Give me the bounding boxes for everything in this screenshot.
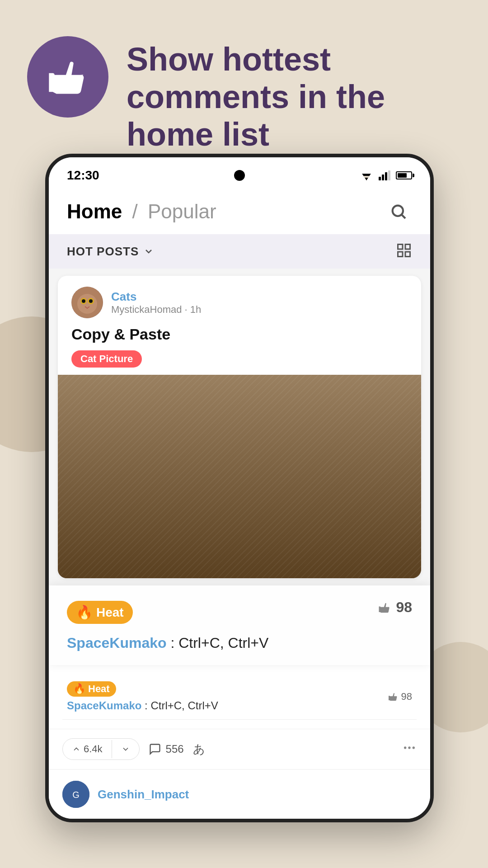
svg-text:G: G <box>72 790 80 800</box>
chevron-down-icon <box>143 246 154 257</box>
signal-bars <box>379 170 390 180</box>
camera-dot <box>234 170 245 181</box>
more-icon <box>402 741 417 755</box>
hot-comment-card-large: 🔥 Heat SpaceKumako : Ctrl+C, Ctrl+V 98 <box>49 585 430 665</box>
like-number-small: 98 <box>401 691 412 703</box>
svg-point-52 <box>408 746 410 749</box>
cat-background <box>58 375 421 578</box>
vote-up-button[interactable]: 6.4k <box>63 739 112 760</box>
nav-title: Home / Popular <box>67 200 216 223</box>
search-icon <box>389 203 408 221</box>
post-title: Copy & Paste <box>58 326 421 350</box>
battery-icon <box>396 171 412 179</box>
status-right-icons <box>360 170 412 180</box>
thumbs-up-icon <box>45 54 90 99</box>
comment-text-small: SpaceKumako : Ctrl+C, Ctrl+V <box>67 699 218 712</box>
svg-rect-5 <box>398 245 403 250</box>
svg-rect-8 <box>405 252 410 257</box>
svg-rect-6 <box>405 245 410 250</box>
svg-point-13 <box>82 299 85 303</box>
comment-content-small: Ctrl+C, Ctrl+V <box>150 699 218 712</box>
comment-row: 🔥 Heat SpaceKumako : Ctrl+C, Ctrl+V 98 <box>62 674 417 720</box>
stats-bar: 6.4k 556 あ <box>49 729 430 769</box>
post-community[interactable]: Cats <box>111 290 408 304</box>
header-section: Show hottest comments in the home list <box>0 0 488 171</box>
svg-line-4 <box>402 215 405 218</box>
heat-badge-small: 🔥 Heat <box>67 681 116 697</box>
comments-icon <box>149 743 161 755</box>
lang-label: あ <box>193 741 205 757</box>
vote-group[interactable]: 6.4k <box>62 738 140 760</box>
svg-point-3 <box>393 206 403 216</box>
post-time: · 1h <box>185 304 202 315</box>
like-count-number: 98 <box>396 599 412 616</box>
svg-marker-2 <box>365 178 368 180</box>
hot-posts-button[interactable]: HOT POSTS <box>67 245 154 259</box>
post-image <box>58 375 421 578</box>
layout-toggle-button[interactable] <box>396 242 412 260</box>
post-tag[interactable]: Cat Picture <box>71 350 142 368</box>
nav-header: Home / Popular <box>49 189 430 234</box>
status-time: 12:30 <box>67 168 99 183</box>
next-post-avatar: G <box>62 781 89 808</box>
filter-bar: HOT POSTS <box>49 234 430 269</box>
language-button[interactable]: あ <box>193 741 205 757</box>
svg-point-53 <box>413 746 415 749</box>
svg-point-51 <box>404 746 406 749</box>
next-post-community: Genshin_Impact <box>98 788 189 802</box>
comments-count: 556 <box>166 743 184 755</box>
like-count-large: 98 <box>378 599 412 616</box>
hot-comment-text-large: SpaceKumako : Ctrl+C, Ctrl+V <box>67 635 268 651</box>
thumbs-up-circle <box>27 36 108 118</box>
next-avatar-img: G <box>62 781 89 808</box>
post-meta: Cats MystickaНomad · 1h <box>111 290 408 316</box>
vote-count: 6.4k <box>84 743 103 755</box>
upvote-icon <box>72 745 81 754</box>
hot-comment-user: SpaceKumako <box>67 635 167 651</box>
phone-frame: 12:30 <box>45 154 434 822</box>
heat-label-small: Heat <box>88 683 110 695</box>
nav-home[interactable]: Home <box>67 200 122 222</box>
fire-emoji-small: 🔥 <box>73 683 85 695</box>
next-post-row[interactable]: G Genshin_Impact <box>49 770 430 819</box>
heat-badge-large: 🔥 Heat <box>67 601 133 624</box>
post-avatar <box>71 287 103 318</box>
comments-stat[interactable]: 556 <box>149 743 184 755</box>
colon-small: : <box>145 699 150 712</box>
search-button[interactable] <box>385 198 412 225</box>
vote-down-button[interactable] <box>112 740 139 758</box>
hot-comment-content: Ctrl+C, Ctrl+V <box>178 635 268 651</box>
more-options-button[interactable] <box>402 741 417 758</box>
downvote-icon <box>121 745 130 754</box>
thumbs-up-small-icon <box>378 601 391 614</box>
nav-popular[interactable]: Popular <box>148 200 216 222</box>
layout-icon <box>396 242 412 259</box>
svg-rect-7 <box>398 252 403 257</box>
status-bar: 12:30 <box>49 157 430 189</box>
post-author-name: MystickaНomad <box>111 304 182 315</box>
heat-label-large: Heat <box>96 605 124 620</box>
svg-point-10 <box>77 294 97 314</box>
comment-user-small: SpaceKumako <box>67 699 141 712</box>
fire-emoji: 🔥 <box>76 604 93 620</box>
wifi-icon <box>360 170 373 180</box>
app-headline: Show hottest comments in the home list <box>127 36 461 153</box>
post-author-time: MystickaНomad · 1h <box>111 304 408 316</box>
post-header: Cats MystickaНomad · 1h <box>58 276 421 326</box>
hot-posts-label: HOT POSTS <box>67 245 139 259</box>
nav-separator: / <box>132 200 137 222</box>
community-avatar-img <box>71 287 103 318</box>
post-card[interactable]: Cats MystickaНomad · 1h Copy & Paste Cat… <box>58 276 421 578</box>
svg-point-14 <box>89 299 93 303</box>
like-icon-small <box>388 691 399 702</box>
like-count-small: 98 <box>388 691 412 703</box>
hot-comment-separator: : <box>170 635 178 651</box>
phone-container: 12:30 <box>45 154 434 822</box>
bottom-section: 🔥 Heat SpaceKumako : Ctrl+C, Ctrl+V 98 <box>49 665 430 729</box>
